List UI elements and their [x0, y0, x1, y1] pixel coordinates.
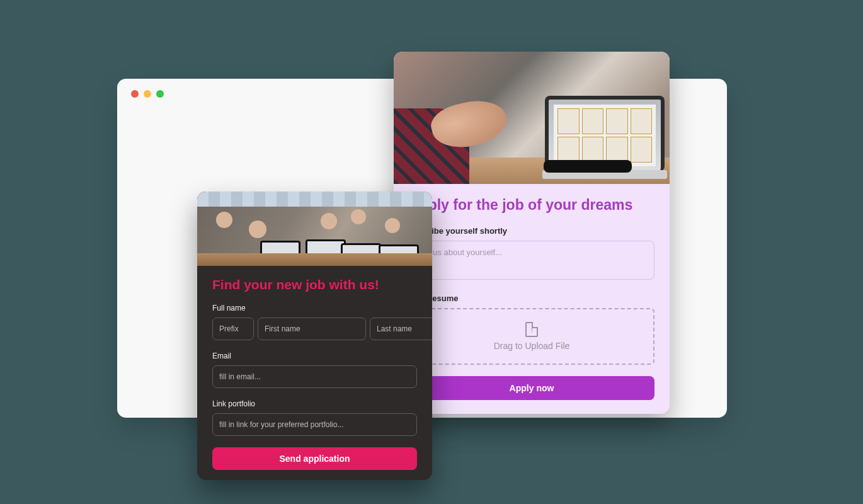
describe-input[interactable] — [409, 241, 654, 280]
lastname-input[interactable] — [370, 318, 432, 340]
hero-image — [197, 192, 432, 266]
email-input[interactable] — [212, 365, 417, 388]
find-job-card: Find your new job with us! Full name Ema… — [197, 192, 432, 480]
resume-dropzone[interactable]: Drag to Upload File — [409, 308, 654, 365]
card-title: Apply for the job of your dreams — [394, 184, 670, 224]
email-label: Email — [197, 350, 432, 365]
resume-label: Your resume — [394, 291, 670, 308]
window-close-icon[interactable] — [131, 90, 139, 98]
prefix-input[interactable] — [212, 318, 254, 340]
hero-image — [394, 52, 670, 184]
apply-button[interactable]: Apply now — [409, 376, 654, 400]
firstname-input[interactable] — [258, 318, 366, 340]
fullname-label: Full name — [197, 302, 432, 318]
describe-label: Describe yourself shortly — [394, 224, 670, 241]
card-title: Find your new job with us! — [197, 266, 432, 302]
file-upload-icon — [525, 322, 538, 337]
window-minimize-icon[interactable] — [144, 90, 151, 98]
send-application-button[interactable]: Send application — [212, 447, 417, 470]
job-apply-card: Apply for the job of your dreams Describ… — [394, 52, 670, 414]
portfolio-input[interactable] — [212, 413, 417, 436]
window-zoom-icon[interactable] — [156, 90, 164, 98]
dropzone-text: Drag to Upload File — [494, 341, 570, 351]
portfolio-label: Link portfolio — [197, 398, 432, 413]
traffic-lights — [131, 90, 164, 98]
